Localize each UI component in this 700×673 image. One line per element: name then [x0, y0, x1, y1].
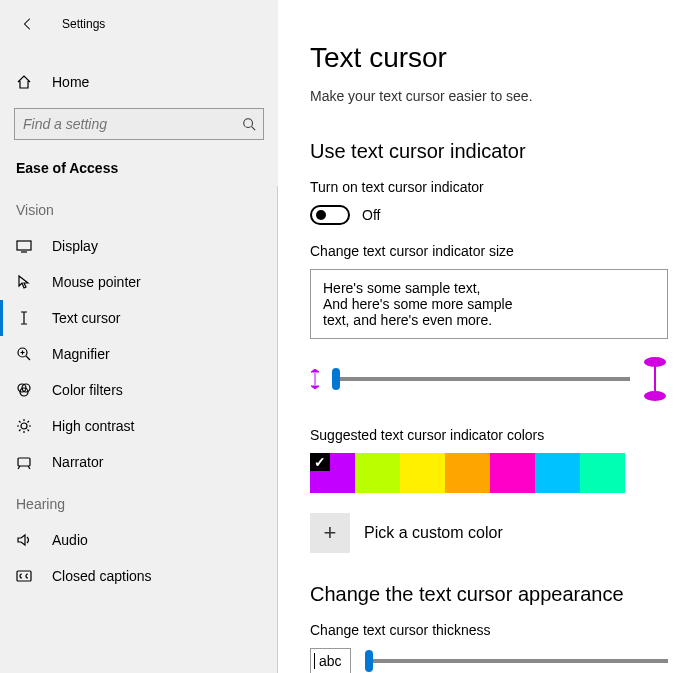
sidebar-item-narrator[interactable]: Narrator	[0, 444, 278, 480]
color-swatches	[310, 453, 668, 493]
pick-custom-button[interactable]: +	[310, 513, 350, 553]
nav-label: Magnifier	[52, 346, 110, 362]
magnifier-icon	[16, 346, 32, 362]
back-button[interactable]	[16, 12, 40, 36]
section-ease-of-access: Ease of Access	[0, 154, 278, 186]
svg-point-9	[644, 357, 666, 367]
arrow-left-icon	[21, 17, 35, 31]
sample-text-box: Here's some sample text, And here's some…	[310, 269, 668, 339]
indicator-toggle[interactable]	[310, 205, 350, 225]
search-input[interactable]	[14, 108, 264, 140]
text-cursor-icon	[16, 310, 32, 326]
svg-rect-7	[18, 458, 30, 466]
search-icon	[242, 117, 256, 131]
page-title: Text cursor	[310, 42, 668, 74]
nav-label: Narrator	[52, 454, 103, 470]
svg-point-0	[244, 119, 253, 128]
settings-sidebar: Settings Home Ease of Access Vision Disp…	[0, 0, 278, 673]
svg-point-6	[21, 423, 27, 429]
home-icon	[16, 74, 32, 90]
nav-label: Text cursor	[52, 310, 120, 326]
sidebar-item-text-cursor[interactable]: Text cursor	[0, 300, 278, 336]
sidebar-item-display[interactable]: Display	[0, 228, 278, 264]
narrator-icon	[16, 454, 32, 470]
sidebar-item-closed-captions[interactable]: Closed captions	[0, 558, 278, 594]
section-indicator-title: Use text cursor indicator	[310, 140, 668, 163]
search-wrap	[14, 108, 264, 140]
nav-label: High contrast	[52, 418, 134, 434]
section-appearance-title: Change the text cursor appearance	[310, 583, 668, 606]
group-vision: Vision	[0, 186, 278, 228]
nav-label: Audio	[52, 532, 88, 548]
thickness-preview: abc	[310, 648, 351, 673]
nav-label: Closed captions	[52, 568, 152, 584]
sidebar-header: Settings	[0, 12, 278, 36]
svg-rect-10	[654, 366, 656, 392]
toggle-row: Off	[310, 205, 668, 225]
audio-icon	[16, 532, 32, 548]
color-swatch-lime[interactable]	[355, 453, 400, 493]
slider-thumb-icon	[365, 650, 373, 672]
color-filters-icon	[16, 382, 32, 398]
nav-label: Display	[52, 238, 98, 254]
main-pane: Text cursor Make your text cursor easier…	[278, 0, 700, 673]
size-slider-row	[310, 357, 668, 401]
size-field-label: Change text cursor indicator size	[310, 243, 668, 259]
sidebar-item-high-contrast[interactable]: High contrast	[0, 408, 278, 444]
svg-rect-1	[17, 241, 31, 250]
toggle-field-label: Turn on text cursor indicator	[310, 179, 668, 195]
sidebar-item-audio[interactable]: Audio	[0, 522, 278, 558]
color-swatch-cyan[interactable]	[535, 453, 580, 493]
sample-line: And here's some more sample	[323, 296, 655, 312]
toggle-value: Off	[362, 207, 380, 223]
settings-title: Settings	[62, 17, 105, 31]
size-slider[interactable]	[332, 377, 630, 381]
sample-line: text, and here's even more.	[323, 312, 655, 328]
small-cursor-icon	[310, 369, 320, 389]
slider-thumb-icon	[332, 368, 340, 390]
svg-rect-8	[17, 571, 31, 581]
high-contrast-icon	[16, 418, 32, 434]
thickness-field-label: Change text cursor thickness	[310, 622, 668, 638]
svg-point-11	[644, 391, 666, 401]
color-swatch-purple[interactable]	[310, 453, 355, 493]
sidebar-item-color-filters[interactable]: Color filters	[0, 372, 278, 408]
nav-label: Color filters	[52, 382, 123, 398]
home-label: Home	[52, 74, 89, 90]
plus-icon: +	[324, 520, 337, 546]
mouse-pointer-icon	[16, 274, 32, 290]
thickness-row: abc	[310, 648, 668, 673]
display-icon	[16, 238, 32, 254]
page-subtitle: Make your text cursor easier to see.	[310, 88, 668, 104]
sidebar-item-home[interactable]: Home	[0, 64, 278, 100]
color-swatch-magenta[interactable]	[490, 453, 535, 493]
sidebar-item-mouse-pointer[interactable]: Mouse pointer	[0, 264, 278, 300]
closed-captions-icon	[16, 568, 32, 584]
sidebar-item-magnifier[interactable]: Magnifier	[0, 336, 278, 372]
toggle-knob-icon	[316, 210, 326, 220]
thickness-slider[interactable]	[365, 659, 668, 663]
color-swatch-yellow[interactable]	[400, 453, 445, 493]
large-cursor-icon	[642, 357, 668, 401]
group-hearing: Hearing	[0, 480, 278, 522]
color-swatch-teal[interactable]	[580, 453, 625, 493]
colors-field-label: Suggested text cursor indicator colors	[310, 427, 668, 443]
sample-line: Here's some sample text,	[323, 280, 655, 296]
pick-custom-label: Pick a custom color	[364, 524, 503, 542]
nav-label: Mouse pointer	[52, 274, 141, 290]
color-swatch-orange[interactable]	[445, 453, 490, 493]
pick-custom-row: + Pick a custom color	[310, 513, 668, 553]
